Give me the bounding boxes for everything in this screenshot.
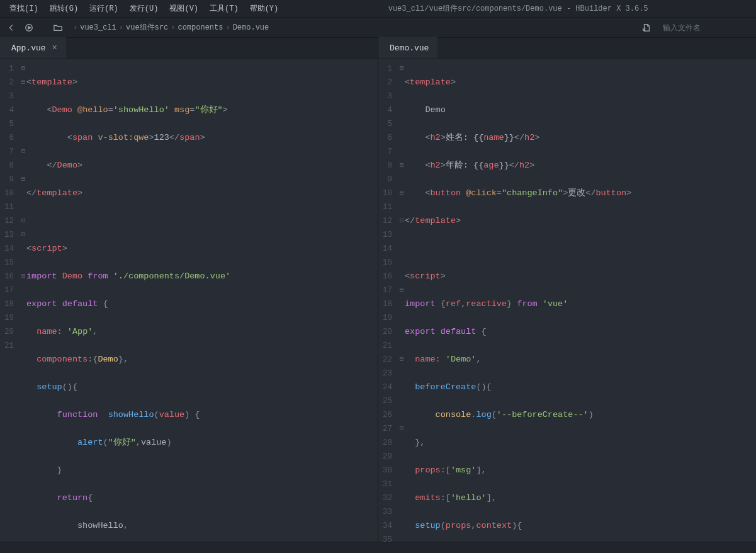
- tab-label: Demo.vue: [390, 43, 429, 53]
- back-icon[interactable]: [5, 21, 18, 34]
- tab-app-vue[interactable]: App.vue ×: [0, 37, 66, 59]
- play-icon[interactable]: [23, 21, 35, 34]
- menu-goto[interactable]: 跳转(G): [44, 1, 84, 16]
- crumb-3[interactable]: Demo.vue: [233, 23, 269, 32]
- editors: 123456789101112131415161718192021 ⊟⊟⊟⊟⊟⊟…: [0, 59, 756, 542]
- crumb-2[interactable]: components: [178, 23, 223, 32]
- code-left[interactable]: <template> <Demo @hello='showHello' msg=…: [26, 59, 378, 542]
- folder-icon[interactable]: [52, 21, 64, 34]
- tab-label: App.vue: [11, 43, 46, 53]
- menu-help[interactable]: 帮助(Y): [244, 1, 285, 16]
- menu-find[interactable]: 查找(I): [4, 1, 44, 16]
- menu-run[interactable]: 运行(R): [84, 1, 124, 16]
- tabs-row: App.vue × Demo.vue: [0, 38, 756, 59]
- gutter-left: 123456789101112131415161718192021: [0, 59, 20, 542]
- code-right[interactable]: <template> Demo <h2>姓名: {{name}}</h2> <h…: [405, 59, 756, 542]
- file-search-input[interactable]: [663, 23, 751, 32]
- crumb-1[interactable]: vue组件src: [126, 22, 168, 33]
- editor-left[interactable]: 123456789101112131415161718192021 ⊟⊟⊟⊟⊟⊟…: [0, 59, 378, 542]
- window-title: vue3_cli/vue组件src/components/Demo.vue - …: [284, 3, 752, 14]
- fold-left[interactable]: ⊟⊟⊟⊟⊟⊟⊟: [20, 59, 26, 542]
- editor-right[interactable]: 1234567891011121314151617181920212223242…: [378, 59, 756, 542]
- close-icon[interactable]: ×: [52, 43, 57, 52]
- locate-file-icon[interactable]: [640, 21, 653, 34]
- statusbar: [0, 542, 756, 553]
- menu-view[interactable]: 视图(V): [164, 1, 204, 16]
- menu-publish[interactable]: 发行(U): [124, 1, 164, 16]
- breadcrumb: › vue3_cli› vue组件src› components› Demo.v…: [73, 22, 269, 33]
- gutter-right: 1234567891011121314151617181920212223242…: [378, 59, 398, 542]
- menubar: 查找(I) 跳转(G) 运行(R) 发行(U) 视图(V) 工具(T) 帮助(Y…: [0, 0, 756, 18]
- crumb-0[interactable]: vue3_cli: [80, 23, 116, 32]
- tab-demo-vue[interactable]: Demo.vue: [378, 37, 437, 59]
- toolbar: › vue3_cli› vue组件src› components› Demo.v…: [0, 18, 756, 38]
- menu-tool[interactable]: 工具(T): [204, 1, 244, 16]
- fold-right[interactable]: ⊟⊟⊟⊟⊟⊟⊟: [398, 59, 405, 542]
